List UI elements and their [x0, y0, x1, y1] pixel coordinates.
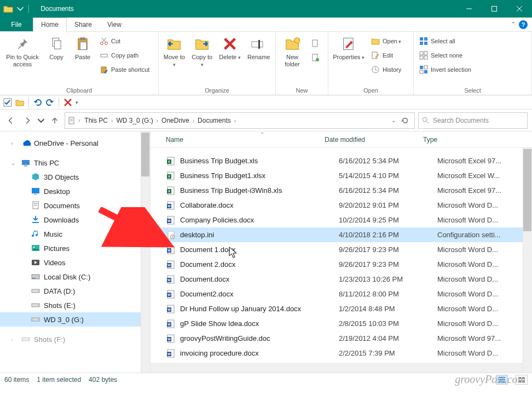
address-dropdown[interactable]: ⌄ — [391, 117, 396, 123]
refresh-icon[interactable] — [401, 117, 409, 124]
invert-selection-button[interactable]: Invert selection — [417, 64, 473, 76]
properties-button[interactable]: Properties — [332, 34, 366, 61]
view-tab[interactable]: View — [100, 18, 129, 31]
history-button[interactable]: History — [369, 64, 403, 76]
file-row[interactable]: WDocument2.docx8/11/2012 8:00 PMMicrosof… — [151, 287, 532, 301]
date-column-header[interactable]: Date modified — [325, 136, 423, 144]
expand-icon[interactable]: › — [11, 140, 18, 146]
minimize-button[interactable] — [456, 0, 482, 18]
search-box[interactable]: Search Documents — [418, 112, 528, 129]
file-row[interactable]: WCompany Policies.docx10/2/2014 9:25 PMM… — [151, 213, 532, 227]
share-tab[interactable]: Share — [67, 18, 100, 31]
easy-access-button[interactable] — [309, 52, 322, 64]
file-row[interactable]: XBusiness Trip Budget.xls6/16/2012 5:34 … — [151, 153, 532, 168]
type-column-header[interactable]: Type — [423, 136, 532, 144]
edit-button[interactable]: Edit — [369, 49, 403, 61]
svg-point-51 — [38, 290, 39, 292]
file-row[interactable]: Winvoicing procedure.docx2/2/2015 7:39 P… — [151, 346, 532, 361]
qat-dropdown-icon[interactable] — [16, 5, 24, 13]
file-row[interactable]: WgP Slide Show Idea.docx2/8/2015 10:03 P… — [151, 316, 532, 331]
chevron-right-icon[interactable]: › — [192, 118, 195, 124]
copy-path-button[interactable]: Copy path — [97, 49, 152, 61]
tree-item[interactable]: Pictures — [0, 241, 150, 255]
breadcrumb-item[interactable]: WD 3_0 (G:) — [114, 117, 155, 124]
copy-button[interactable]: Copy — [45, 34, 68, 61]
delete-icon[interactable] — [63, 98, 72, 107]
tree-scrollbar[interactable] — [141, 132, 150, 373]
expand-icon[interactable]: ⌄ — [11, 160, 18, 166]
select-none-button[interactable]: Select none — [417, 49, 473, 61]
copy-to-button[interactable]: Copy to — [190, 34, 215, 68]
delete-button[interactable]: Delete — [218, 34, 242, 61]
file-row[interactable]: XBusiness Trip Budget-i3Win8.xls6/16/201… — [151, 183, 532, 198]
home-tab[interactable]: Home — [33, 18, 67, 32]
quick-access-toolbar: ▾ — [0, 95, 532, 110]
tree-item[interactable]: Downloads — [0, 213, 150, 227]
name-column-header[interactable]: Name — [166, 136, 325, 144]
file-row[interactable]: desktop.ini4/10/2018 2:16 PMConfiguratio… — [151, 227, 532, 242]
chevron-right-icon[interactable]: › — [233, 118, 237, 124]
thumbnails-view-button[interactable] — [516, 375, 528, 385]
details-view-button[interactable] — [496, 375, 508, 385]
address-bar[interactable]: › This PC›WD 3_0 (G:)›OneDrive›Documents… — [65, 112, 415, 129]
breadcrumb-item[interactable]: OneDrive — [159, 117, 192, 124]
back-button[interactable] — [4, 114, 18, 127]
docx-file-icon: W — [166, 289, 177, 300]
file-row[interactable]: WgroovyPostWritingGuide.doc2/19/2012 4:0… — [151, 331, 532, 346]
tree-item[interactable]: Documents — [0, 198, 150, 213]
tree-item[interactable]: DATA (D:) — [0, 284, 150, 298]
chevron-right-icon[interactable]: › — [155, 118, 159, 124]
tree-item[interactable]: ›OneDrive - Personal — [0, 136, 150, 150]
undo-icon[interactable] — [33, 98, 42, 107]
maximize-button[interactable] — [482, 0, 507, 18]
paste-button[interactable]: Paste — [71, 34, 94, 61]
tree-item[interactable]: Videos — [0, 255, 150, 270]
pin-to-quick-access-button[interactable]: Pin to Quick access — [3, 34, 42, 68]
checkbox-icon[interactable] — [3, 98, 12, 107]
rename-button[interactable]: Rename — [245, 34, 272, 61]
tree-item[interactable]: Music — [0, 227, 150, 241]
tree-item-label: DATA (D:) — [44, 287, 75, 295]
svg-text:W: W — [167, 352, 171, 356]
file-row[interactable]: WCollaborate.docx9/20/2012 9:01 PMMicros… — [151, 198, 532, 213]
new-item-button[interactable] — [309, 37, 322, 49]
new-folder-button[interactable]: New folder — [279, 34, 305, 68]
up-button[interactable] — [48, 114, 61, 127]
breadcrumb-item[interactable]: Documents — [195, 117, 233, 124]
file-tab[interactable]: File — [0, 18, 33, 31]
collapse-ribbon-button[interactable]: ⌃ — [511, 21, 516, 28]
file-row[interactable]: WDocument.docx1/23/2013 10:26 PMMicrosof… — [151, 272, 532, 287]
breadcrumb-item[interactable]: This PC — [82, 117, 110, 124]
forward-button[interactable] — [21, 114, 34, 127]
folder-icon[interactable] — [15, 98, 24, 107]
close-button[interactable] — [507, 0, 532, 18]
cut-button[interactable]: Cut — [97, 35, 152, 47]
redo-icon[interactable] — [45, 98, 54, 107]
tree-item[interactable]: Desktop — [0, 184, 150, 198]
files-scrollbar[interactable] — [523, 148, 532, 373]
tree-item-label: Documents — [44, 202, 80, 210]
file-row[interactable]: WDocument 1.docx9/26/2017 9:23 PMMicroso… — [151, 242, 532, 257]
tree-item[interactable]: ⌄This PC — [0, 156, 150, 170]
tree-item[interactable]: 3D Objects — [0, 170, 150, 184]
open-button[interactable]: Open — [369, 35, 403, 47]
file-row[interactable]: WDocument 2.docx9/26/2017 9:23 PMMicroso… — [151, 257, 532, 272]
qat-dropdown[interactable]: ▾ — [76, 100, 78, 105]
help-button[interactable]: ? — [519, 20, 528, 29]
file-row[interactable]: WDr Hund Follow up January 2014.docx1/2/… — [151, 301, 532, 316]
tree-item[interactable]: ›Shots (F:) — [0, 332, 150, 346]
tree-item[interactable]: WD 3_0 (G:) — [0, 312, 150, 327]
select-all-button[interactable]: Select all — [417, 35, 473, 47]
move-to-button[interactable]: Move to — [162, 34, 187, 68]
sort-indicator-icon: ⌃ — [260, 132, 264, 138]
file-row[interactable]: XBusiness Trip Budget1.xlsx5/14/2015 4:1… — [151, 168, 532, 183]
paste-shortcut-button[interactable]: Paste shortcut — [97, 64, 152, 76]
tree-item[interactable]: Local Disk (C:) — [0, 270, 150, 284]
3d-icon — [31, 172, 41, 182]
chevron-right-icon[interactable]: › — [77, 117, 81, 123]
svg-rect-13 — [313, 40, 317, 47]
files-hscrollbar[interactable] — [151, 363, 523, 373]
expand-icon[interactable]: › — [11, 336, 18, 342]
tree-item[interactable]: Shots (E:) — [0, 298, 150, 312]
recent-locations-button[interactable] — [37, 114, 45, 127]
